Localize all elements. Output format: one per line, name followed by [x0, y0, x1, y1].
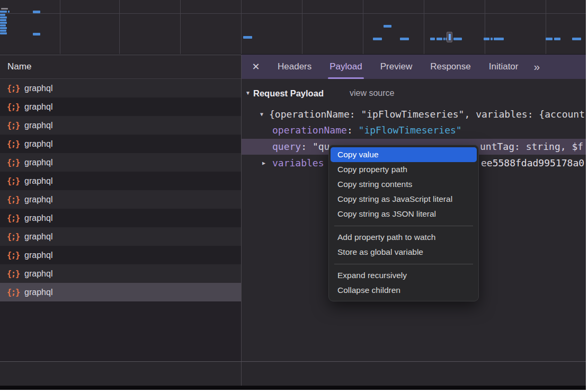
request-row[interactable]: {;}graphql: [0, 283, 241, 301]
timeline-gridline: [546, 0, 546, 54]
request-name-label: graphql: [24, 158, 52, 167]
colon: :: [301, 141, 313, 152]
request-name-label: graphql: [24, 139, 52, 149]
name-column-label: Name: [7, 61, 31, 72]
request-timing-bar: [572, 38, 581, 40]
request-row[interactable]: {;}graphql: [0, 246, 241, 264]
selected-request-marker: [447, 32, 452, 42]
request-timing-bar: [0, 27, 7, 29]
json-braces-icon: {;}: [7, 84, 20, 93]
json-braces-icon: {;}: [7, 139, 20, 149]
tab-response[interactable]: Response: [430, 55, 471, 79]
request-timing-bar: [1, 8, 8, 10]
more-tabs-icon[interactable]: »: [533, 55, 540, 79]
request-row[interactable]: {;}graphql: [0, 264, 241, 283]
request-row[interactable]: {;}graphql: [0, 97, 241, 116]
menu-item-copy-value[interactable]: Copy value: [331, 147, 477, 162]
request-timing-bar: [33, 11, 40, 13]
menu-item-copy-property-path[interactable]: Copy property path: [331, 162, 477, 177]
request-timing-bar: [554, 38, 560, 40]
request-row[interactable]: {;}graphql: [0, 79, 241, 97]
request-row[interactable]: {;}graphql: [0, 172, 241, 190]
network-overview-timeline[interactable]: [0, 0, 586, 55]
expand-triangle-icon[interactable]: ▶: [262, 155, 265, 171]
json-braces-icon: {;}: [7, 269, 20, 279]
request-row[interactable]: {;}graphql: [0, 190, 241, 209]
request-timing-bar: [33, 33, 40, 35]
request-list: {;}graphql{;}graphql{;}graphql{;}graphql…: [0, 79, 241, 301]
details-tab-bar: ✕ HeadersPayloadPreviewResponseInitiator…: [241, 55, 586, 79]
colon: :: [347, 124, 359, 136]
request-timing-bar: [494, 38, 504, 40]
request-timing-bar: [8, 11, 10, 13]
menu-item-copy-string-contents[interactable]: Copy string contents: [331, 177, 477, 192]
menu-item-copy-string-as-json-literal[interactable]: Copy string as JSON literal: [331, 207, 477, 221]
view-source-link[interactable]: view source: [350, 85, 394, 101]
timeline-gridline: [60, 0, 60, 54]
request-timing-bar: [484, 38, 489, 40]
request-timing-bar: [491, 38, 493, 40]
json-preview-right: ee5588fdad995178a0: [481, 155, 584, 171]
json-braces-icon: {;}: [7, 195, 20, 204]
collapse-triangle-icon[interactable]: ▼: [260, 106, 263, 122]
request-name-label: graphql: [24, 121, 52, 130]
request-name-label: graphql: [24, 269, 52, 279]
request-name-label: graphql: [24, 84, 52, 93]
request-name-label: graphql: [24, 213, 52, 223]
request-row[interactable]: {;}graphql: [0, 135, 241, 153]
payload-row-operationName[interactable]: operationName: "ipFlowTimeseries": [241, 122, 586, 138]
request-list-panel: Name {;}graphql{;}graphql{;}graphql{;}gr…: [0, 55, 241, 390]
request-name-label: graphql: [24, 195, 52, 204]
request-timing-bar: [0, 22, 7, 24]
timeline-gridline: [424, 0, 424, 54]
payload-root-row[interactable]: ▼ {operationName: "ipFlowTimeseries", va…: [241, 106, 586, 122]
menu-divider: [329, 221, 478, 230]
tab-payload[interactable]: Payload: [329, 55, 362, 79]
request-timing-bar: [0, 19, 6, 21]
request-timing-bar: [430, 38, 435, 40]
request-timing-bar: [0, 16, 7, 19]
menu-item-copy-string-as-javascript-literal[interactable]: Copy string as JavaScript literal: [331, 192, 477, 207]
request-name-label: graphql: [24, 288, 52, 297]
request-timing-bar: [400, 38, 409, 40]
request-payload-section-header[interactable]: ▼ Request Payload view source: [241, 85, 586, 101]
window-bottom-edge: [0, 386, 586, 390]
request-row[interactable]: {;}graphql: [0, 153, 241, 172]
json-string-value-left: "qu: [313, 141, 330, 152]
close-icon[interactable]: ✕: [250, 61, 262, 73]
timeline-gridline: [485, 0, 485, 54]
json-braces-icon: {;}: [7, 102, 20, 112]
tab-headers[interactable]: Headers: [278, 55, 311, 79]
request-timing-bar: [0, 14, 5, 16]
json-braces-icon: {;}: [7, 176, 20, 186]
menu-item-expand-recursively[interactable]: Expand recursively: [331, 268, 477, 283]
timeline-gridline: [363, 0, 363, 54]
menu-item-collapse-children[interactable]: Collapse children: [331, 283, 477, 298]
tab-preview[interactable]: Preview: [380, 55, 412, 79]
timeline-gridline: [241, 0, 242, 54]
root-object-preview: {operationName: "ipFlowTimeseries", vari…: [269, 106, 585, 122]
request-name-label: graphql: [24, 102, 52, 112]
json-key: operationName: [272, 124, 347, 136]
timeline-gridline: [180, 0, 181, 54]
menu-item-add-property-path-to-watch[interactable]: Add property path to watch: [331, 230, 477, 245]
request-name-label: graphql: [24, 251, 52, 260]
tab-initiator[interactable]: Initiator: [489, 55, 519, 79]
name-column-header[interactable]: Name: [0, 55, 241, 79]
panel-divider[interactable]: [241, 55, 242, 386]
menu-item-store-as-global-variable[interactable]: Store as global variable: [331, 245, 477, 260]
section-title: Request Payload: [253, 85, 324, 101]
request-row[interactable]: {;}graphql: [0, 209, 241, 227]
request-timing-bar: [373, 38, 382, 40]
request-row[interactable]: {;}graphql: [0, 116, 241, 135]
request-timing-bar: [0, 24, 6, 26]
devtools-network-window: Name {;}graphql{;}graphql{;}graphql{;}gr…: [0, 0, 586, 390]
menu-divider: [329, 260, 478, 268]
json-braces-icon: {;}: [7, 213, 20, 223]
request-name-label: graphql: [24, 232, 52, 242]
json-braces-icon: {;}: [7, 121, 20, 130]
timeline-gridline: [119, 0, 120, 54]
json-braces-icon: {;}: [7, 288, 20, 297]
collapse-triangle-icon[interactable]: ▼: [245, 85, 251, 101]
request-row[interactable]: {;}graphql: [0, 227, 241, 246]
